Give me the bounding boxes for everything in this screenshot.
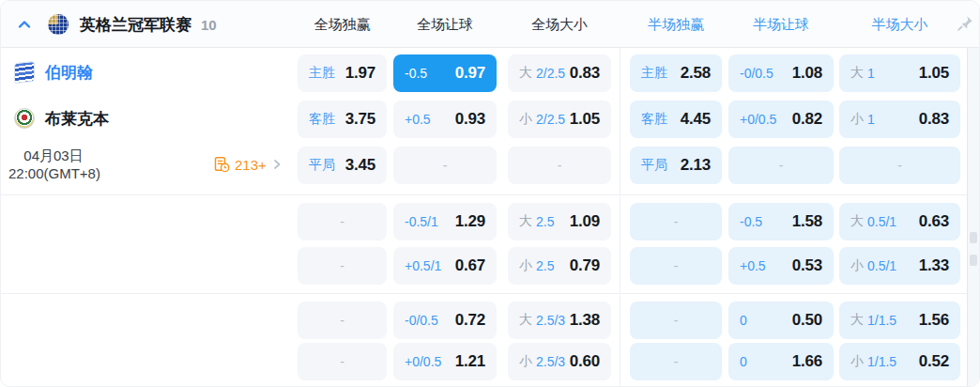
odds-cell[interactable]: 小1/1.50.52 [839,343,960,380]
odds-cell: - [508,147,611,184]
odds-cell: - [630,302,722,339]
ou-prefix: 大 [850,213,864,230]
odds-label: 1 [867,112,875,127]
odds-label: 2/2.5 [536,66,565,81]
odds-label: 2.5/3 [536,354,565,369]
odds-value: 1.66 [792,352,822,371]
ou-prefix: 小 [519,353,532,370]
dash: - [779,158,784,173]
odds-cell[interactable]: 大11.05 [839,54,960,92]
right-gutter [968,48,979,386]
odds-cell[interactable]: 主胜1.97 [298,54,387,92]
odds-cell[interactable]: -0.50.97 [393,54,497,92]
odds-label: 0.5/1 [867,258,896,273]
odds-value: 2.58 [681,64,711,83]
odds-label: 1/1.5 [867,313,896,328]
odds-value: 0.67 [455,256,485,275]
odds-cell[interactable]: -0/0.50.72 [393,302,497,339]
dash: - [340,258,345,273]
odds-cell[interactable]: 大2/2.50.83 [508,54,611,92]
odds-cell: - [393,147,497,184]
odds-cell: - [728,147,834,184]
odds-value: 0.52 [919,352,949,371]
odds-label: 0 [740,313,747,328]
odds-cell[interactable]: 大2.5/31.38 [508,302,611,339]
section-divider [1,293,968,294]
odds-label: +0/0.5 [405,354,441,369]
odds-cell[interactable]: 小2.50.79 [508,247,611,285]
dash: - [674,354,679,369]
ou-prefix: 小 [850,257,864,274]
odds-label: -0/0.5 [740,66,773,81]
odds-cell[interactable]: +0/0.50.82 [728,101,834,138]
odds-label: 主胜 [641,65,667,82]
odds-cell[interactable]: +0.50.93 [393,101,497,138]
odds-cell[interactable]: 主胜2.58 [630,54,722,92]
odds-value: 0.97 [455,64,485,83]
odds-label: +0.5 [740,258,766,273]
odds-widget: 英格兰冠军联赛 10 全场独赢全场让球全场大小半场独赢半场让球半场大小 伯明翰 … [0,0,980,387]
ou-prefix: 大 [519,65,532,82]
fulltime-halftime-divider [620,48,620,386]
ou-prefix: 小 [850,353,864,370]
odds-cell[interactable]: 小0.5/11.33 [839,247,960,285]
odds-cell[interactable]: 01.66 [728,343,834,380]
odds-cell[interactable]: 平局3.45 [298,147,387,184]
odds-value: 4.45 [681,110,711,129]
odds-cell: - [298,343,387,380]
odds-cell[interactable]: 小10.83 [839,101,960,138]
odds-value: 0.83 [570,64,600,83]
away-team-name: 布莱克本 [45,108,109,130]
dash: - [443,158,448,173]
odds-value: 0.83 [919,110,949,129]
home-team-row[interactable]: 伯明翰 [14,60,93,85]
odds-cell[interactable]: 小2/2.51.05 [508,101,611,138]
odds-cell: - [630,203,722,240]
odds-value: 1.21 [455,352,485,371]
odds-value: 0.93 [455,110,485,129]
away-team-row[interactable]: 布莱克本 [14,106,109,131]
odds-label: +0.5 [405,112,431,127]
odds-label: +0/0.5 [740,112,776,127]
odds-value: 0.50 [792,311,822,330]
ou-prefix: 大 [519,312,532,329]
collapse-chevron-up-icon[interactable] [16,16,33,33]
odds-cell[interactable]: +0.50.53 [728,247,834,285]
dash: - [674,258,679,273]
league-header-left: 英格兰冠军联赛 10 [16,1,217,48]
odds-value: 1.58 [792,212,822,231]
odds-value: 1.38 [570,311,600,330]
more-markets-link[interactable]: 213+ [213,154,283,175]
odds-label: 2/2.5 [536,112,565,127]
odds-cell[interactable]: -0.51.58 [728,203,834,240]
more-markets-count: 213+ [235,157,267,173]
odds-cell[interactable]: 大1/1.51.56 [839,302,960,339]
ou-prefix: 大 [850,65,864,82]
odds-cell[interactable]: 大0.5/10.63 [839,203,960,240]
odds-cell: - [630,247,722,285]
odds-cell[interactable]: 小2.5/30.60 [508,343,611,380]
chevron-right-icon [271,158,283,171]
odds-cell[interactable]: -0.5/11.29 [393,203,497,240]
odds-cell[interactable]: +0/0.51.21 [393,343,497,380]
odds-value: 1.09 [570,212,600,231]
odds-value: 0.53 [792,256,822,275]
match-datetime: 04月03日 22:00(GMT+8) [8,147,99,182]
odds-label: -0/0.5 [405,313,438,328]
odds-cell[interactable]: 平局2.13 [630,147,722,184]
odds-cell[interactable]: +0.5/10.67 [393,247,497,285]
odds-label: 主胜 [309,65,335,82]
odds-label: 客胜 [309,111,335,128]
odds-cell[interactable]: 客胜4.45 [630,101,722,138]
dash: - [674,313,679,328]
odds-cell[interactable]: -0/0.51.08 [728,54,834,92]
markets-history-icon [213,156,230,173]
league-match-count: 10 [201,17,217,33]
odds-label: 0 [740,354,747,369]
odds-cell[interactable]: 大2.51.09 [508,203,611,240]
odds-cell[interactable]: 客胜3.75 [298,101,387,138]
dash: - [340,354,345,369]
odds-label: 平局 [309,157,335,174]
odds-cell[interactable]: 00.50 [728,302,834,339]
section-divider [1,194,968,195]
